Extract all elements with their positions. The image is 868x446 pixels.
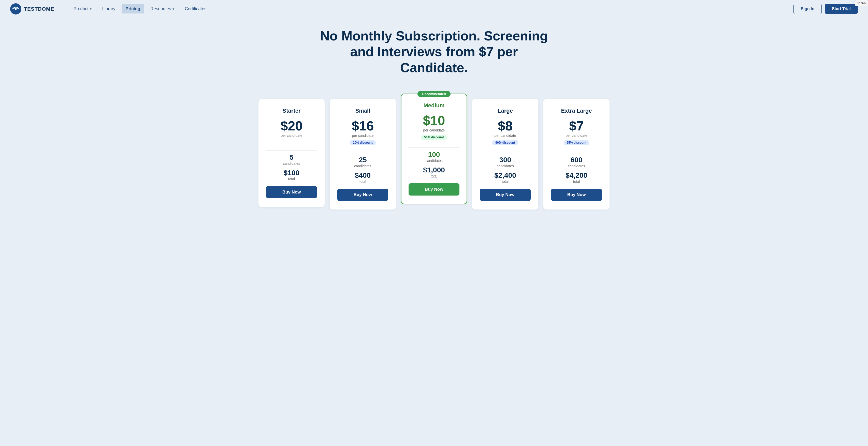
start-trial-button[interactable]: Start Trial bbox=[825, 4, 858, 14]
chevron-down-icon: ▼ bbox=[172, 8, 175, 10]
discount-badge-medium: 50% discount bbox=[421, 135, 447, 140]
chevron-down-icon: ▼ bbox=[90, 8, 92, 10]
svg-point-1 bbox=[15, 8, 17, 10]
pricing-card-extra-large: Extra Large $7 per candidate 65% discoun… bbox=[544, 99, 610, 210]
card-title-small: Small bbox=[355, 107, 370, 114]
buy-now-medium[interactable]: Buy Now bbox=[409, 183, 459, 195]
candidates-count-extra-large: 600 bbox=[570, 156, 583, 164]
candidates-count-starter: 5 bbox=[289, 154, 293, 161]
total-small: $400 bbox=[355, 172, 371, 180]
total-large: $2,400 bbox=[494, 172, 516, 180]
total-medium: $1,000 bbox=[423, 166, 445, 174]
pricing-card-wrapper-extra-large: Extra Large $7 per candidate 65% discoun… bbox=[544, 91, 610, 210]
candidates-label-small: candidates bbox=[354, 164, 371, 168]
card-price-medium: $10 bbox=[423, 114, 445, 127]
card-price-starter: $20 bbox=[281, 119, 303, 132]
navbar: TESTDOME Product ▼ Library Pricing Resou… bbox=[0, 0, 868, 18]
logo-icon bbox=[10, 3, 21, 14]
zoom-badge: 110% bbox=[855, 0, 868, 6]
pricing-card-small: Small $16 per candidate 20% discount 25 … bbox=[330, 99, 396, 210]
nav-item-library[interactable]: Library bbox=[98, 4, 120, 13]
candidates-count-small: 25 bbox=[359, 156, 367, 164]
total-extra-large: $4,200 bbox=[565, 172, 587, 180]
nav-actions: Sign In Start Trial bbox=[794, 4, 858, 14]
discount-badge-small: 20% discount bbox=[350, 140, 375, 145]
nav-item-product[interactable]: Product ▼ bbox=[69, 4, 96, 13]
candidates-count-large: 300 bbox=[499, 156, 512, 164]
card-price-extra-large: $7 bbox=[569, 119, 584, 132]
pricing-card-large: Large $8 per candidate 60% discount 300 … bbox=[472, 99, 538, 210]
card-title-large: Large bbox=[498, 107, 513, 114]
divider bbox=[266, 150, 317, 151]
pricing-card-wrapper-large: Large $8 per candidate 60% discount 300 … bbox=[472, 91, 538, 210]
total-label-large: total bbox=[502, 180, 508, 184]
divider bbox=[409, 148, 459, 148]
signin-button[interactable]: Sign In bbox=[794, 4, 822, 14]
total-label-extra-large: total bbox=[573, 180, 580, 184]
card-per-starter: per candidate bbox=[281, 133, 303, 137]
nav-item-resources[interactable]: Resources ▼ bbox=[146, 4, 179, 13]
hero-title: No Monthly Subscription. Screening and I… bbox=[319, 28, 549, 75]
total-label-medium: total bbox=[431, 174, 437, 178]
nav-links: Product ▼ Library Pricing Resources ▼ Ce… bbox=[69, 4, 794, 13]
buy-now-small[interactable]: Buy Now bbox=[337, 189, 388, 201]
total-starter: $100 bbox=[284, 169, 300, 177]
card-title-starter: Starter bbox=[283, 107, 301, 114]
buy-now-extra-large[interactable]: Buy Now bbox=[551, 189, 602, 201]
candidates-label-medium: candidates bbox=[425, 159, 443, 163]
buy-now-starter[interactable]: Buy Now bbox=[266, 186, 317, 198]
card-price-small: $16 bbox=[352, 119, 374, 132]
pricing-card-starter: Starter $20 per candidate 5 candidates $… bbox=[258, 99, 324, 207]
card-title-medium: Medium bbox=[423, 102, 444, 109]
buy-now-large[interactable]: Buy Now bbox=[480, 189, 531, 201]
nav-item-pricing[interactable]: Pricing bbox=[122, 4, 145, 13]
discount-badge-extra-large: 65% discount bbox=[563, 140, 589, 145]
card-per-large: per candidate bbox=[495, 133, 516, 137]
pricing-card-wrapper-small: Small $16 per candidate 20% discount 25 … bbox=[330, 91, 396, 210]
recommended-badge: Recommended bbox=[417, 91, 450, 97]
pricing-card-wrapper-starter: Starter $20 per candidate 5 candidates $… bbox=[258, 91, 324, 207]
candidates-label-starter: candidates bbox=[283, 161, 300, 165]
card-title-extra-large: Extra Large bbox=[561, 107, 592, 114]
candidates-count-medium: 100 bbox=[428, 151, 440, 159]
nav-item-certificates[interactable]: Certificates bbox=[181, 4, 210, 13]
main-content: No Monthly Subscription. Screening and I… bbox=[0, 18, 868, 225]
discount-badge-large: 60% discount bbox=[492, 140, 518, 145]
card-per-extra-large: per candidate bbox=[566, 133, 587, 137]
card-per-small: per candidate bbox=[352, 133, 374, 137]
candidates-label-large: candidates bbox=[497, 164, 514, 168]
pricing-card-medium: Medium $10 per candidate 50% discount 10… bbox=[401, 94, 467, 204]
total-label-small: total bbox=[360, 180, 366, 184]
candidates-label-extra-large: candidates bbox=[568, 164, 585, 168]
card-per-medium: per candidate bbox=[423, 128, 445, 132]
pricing-grid: Starter $20 per candidate 5 candidates $… bbox=[256, 91, 612, 210]
total-label-starter: total bbox=[288, 177, 295, 181]
logo-text: TESTDOME bbox=[24, 6, 54, 12]
pricing-card-wrapper-medium: Recommended Medium $10 per candidate 50%… bbox=[401, 91, 467, 204]
logo[interactable]: TESTDOME bbox=[10, 3, 54, 14]
card-price-large: $8 bbox=[498, 119, 513, 132]
